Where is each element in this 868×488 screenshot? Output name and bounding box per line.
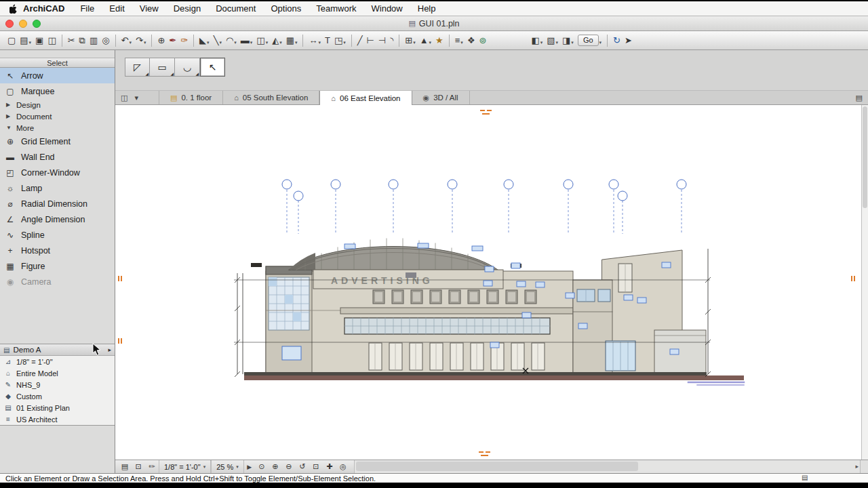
navigator-popup-icon[interactable]: ◫ bbox=[121, 94, 127, 102]
zoom-window-button[interactable] bbox=[33, 20, 41, 28]
layer-settings-icon[interactable]: ≡▾ bbox=[453, 34, 465, 47]
toolbox-item-design[interactable]: ▶Design bbox=[0, 99, 115, 110]
toolbox-item-angle-dimension[interactable]: ∠Angle Dimension bbox=[0, 211, 115, 227]
menu-item-design[interactable]: Design bbox=[166, 3, 208, 14]
toolbox-item-more[interactable]: ▼More bbox=[0, 122, 115, 134]
minimize-window-button[interactable] bbox=[19, 20, 27, 28]
split-icon[interactable]: ╱ bbox=[355, 34, 365, 47]
undo-icon[interactable]: ↶▾ bbox=[119, 34, 134, 47]
pan-icon[interactable]: ✚ bbox=[323, 462, 336, 471]
horizontal-scrollbar-thumb[interactable] bbox=[356, 462, 638, 471]
open-file-icon[interactable]: ▤▾ bbox=[18, 34, 33, 47]
bring-forward-icon[interactable]: ▲▾ bbox=[418, 34, 433, 47]
view-options-icon[interactable]: ◧▾ bbox=[529, 34, 545, 47]
tab-dropdown-icon[interactable]: ▾ bbox=[134, 94, 138, 102]
orbit-icon[interactable]: ↻ bbox=[611, 34, 623, 47]
mesh-tool-icon[interactable]: ▦▾ bbox=[284, 34, 300, 47]
tab-06-east-elevation[interactable]: ⌂06 East Elevation bbox=[319, 91, 412, 105]
marquee-area-button[interactable]: ▭◢ bbox=[150, 58, 175, 77]
arrow-select-button[interactable]: ↖ bbox=[200, 58, 225, 77]
roof-tool-icon[interactable]: ◭▾ bbox=[270, 34, 284, 47]
toolbox-item-radial-dimension[interactable]: ⌀Radial Dimension bbox=[0, 196, 115, 211]
scale-pen-icon[interactable]: ✏ bbox=[145, 462, 159, 471]
menu-item-help[interactable]: Help bbox=[410, 3, 443, 14]
magnify-zoom-icon[interactable]: ⊙ bbox=[255, 462, 269, 471]
qo-scale[interactable]: ⊿1/8" = 1'-0" bbox=[0, 356, 115, 367]
zoom-nav-icon[interactable]: ⊡ bbox=[132, 462, 145, 471]
explore-model-icon[interactable]: ➤ bbox=[623, 34, 634, 47]
find-select-icon[interactable]: ◎ bbox=[100, 34, 111, 47]
toolbox-item-arrow[interactable]: ↖Arrow bbox=[0, 68, 115, 83]
selection-arrow-icon[interactable]: ◣▾ bbox=[197, 34, 212, 47]
copy-icon[interactable]: ⧉ bbox=[77, 34, 87, 47]
qo-renovation-filter[interactable]: ▤01 Existing Plan bbox=[0, 402, 115, 413]
qo-model-filter[interactable]: ⌂Entire Model bbox=[0, 367, 115, 379]
zoom-tool-icon[interactable]: ⊕ bbox=[155, 34, 167, 47]
horizontal-scrollbar[interactable]: ▸ bbox=[354, 460, 868, 473]
scroll-right-icon[interactable]: ▸ bbox=[855, 463, 859, 470]
toolbox-item-lamp[interactable]: ☼Lamp bbox=[0, 180, 115, 196]
fillet-icon[interactable]: ◝ bbox=[388, 34, 395, 47]
window-tool-icon[interactable]: ◫▾ bbox=[254, 34, 270, 47]
vertical-scrollbar[interactable] bbox=[861, 105, 868, 460]
toolbox-item-grid-element[interactable]: ⊕Grid Element bbox=[0, 134, 115, 149]
save-icon[interactable]: ▣ bbox=[33, 34, 45, 47]
apple-logo-icon[interactable] bbox=[7, 4, 20, 14]
zoom-play-icon[interactable]: ▶ bbox=[244, 464, 255, 470]
toolbox-item-spline[interactable]: ∿Spline bbox=[0, 227, 115, 243]
qo-dimension-standard[interactable]: ≡US Architect bbox=[0, 413, 115, 425]
line-tool-icon[interactable]: ╲▾ bbox=[212, 34, 224, 47]
redo-icon[interactable]: ↷▾ bbox=[134, 34, 148, 47]
toolbox-item-camera[interactable]: ◉Camera bbox=[0, 274, 115, 289]
menu-item-file[interactable]: File bbox=[73, 3, 102, 14]
menu-item-edit[interactable]: Edit bbox=[102, 3, 132, 14]
scale-selector[interactable]: 1/8" = 1'-0" ▾ bbox=[159, 460, 211, 473]
menu-item-view[interactable]: View bbox=[132, 3, 166, 14]
zoom-level-selector[interactable]: 25 % ▾ bbox=[211, 460, 244, 473]
inject-parameters-icon[interactable]: ✑ bbox=[178, 34, 190, 47]
zoom-in-icon[interactable]: ⊕ bbox=[269, 462, 282, 471]
expand-arrow-icon[interactable]: ▸ bbox=[108, 346, 111, 353]
adjust-icon[interactable]: ⊣ bbox=[376, 34, 388, 47]
label-tool-icon[interactable]: ◳▾ bbox=[332, 34, 348, 47]
previous-zoom-icon[interactable]: ◎ bbox=[336, 462, 350, 471]
target-icon[interactable]: ⊚ bbox=[477, 34, 489, 47]
tab-3d-all[interactable]: ◉3D / All bbox=[412, 91, 470, 104]
cut-icon[interactable]: ✂ bbox=[66, 34, 77, 47]
qo-pen-set[interactable]: ✎NHS_9 bbox=[0, 379, 115, 390]
toolbox-item-corner-window[interactable]: ◰Corner-Window bbox=[0, 165, 115, 180]
toolbox-item-figure[interactable]: ▦Figure bbox=[0, 258, 115, 274]
zoom-out-icon[interactable]: ⊖ bbox=[282, 462, 296, 471]
toolbox-item-wall-end[interactable]: ▬Wall End bbox=[0, 149, 115, 165]
paste-icon[interactable]: ▥ bbox=[87, 34, 100, 47]
tab-0-1-floor[interactable]: ▤0. 1 floor bbox=[159, 91, 223, 104]
window-titlebar[interactable]: ▤ GUI 01.pln bbox=[0, 16, 868, 31]
fit-in-window-icon[interactable]: ⊡ bbox=[309, 462, 323, 471]
menu-item-teamwork[interactable]: Teamwork bbox=[309, 3, 363, 14]
text-tool-icon[interactable]: T bbox=[323, 34, 332, 47]
toolbox-item-document[interactable]: ▶Document bbox=[0, 110, 115, 122]
arc-tool-icon[interactable]: ◠▾ bbox=[224, 34, 239, 47]
vertical-scrollbar-thumb[interactable] bbox=[863, 106, 867, 208]
favorites-icon[interactable]: ★ bbox=[433, 34, 446, 47]
tab-overflow-icon[interactable]: ▤ bbox=[856, 94, 863, 102]
toolbox-item-marquee[interactable]: ▢Marquee bbox=[0, 83, 115, 99]
trim-icon[interactable]: ⊢ bbox=[365, 34, 376, 47]
wall-tool-icon[interactable]: ▬▾ bbox=[239, 34, 255, 47]
print-icon[interactable]: ◫ bbox=[45, 34, 58, 47]
organizer-icon[interactable]: ◨▾ bbox=[560, 34, 576, 47]
app-menu-archicad[interactable]: ArchiCAD bbox=[20, 3, 73, 14]
group-icon[interactable]: ⊞▾ bbox=[403, 34, 417, 47]
menu-item-options[interactable]: Options bbox=[263, 3, 309, 14]
pick-up-parameters-icon[interactable]: ✒ bbox=[167, 34, 178, 47]
report-icon[interactable]: ▤ bbox=[802, 474, 808, 481]
qo-layer-combination[interactable]: ◆Custom bbox=[0, 390, 115, 402]
toolbox-item-hotspot[interactable]: +Hotspot bbox=[0, 243, 115, 258]
close-window-button[interactable] bbox=[5, 20, 14, 28]
new-document-icon[interactable]: ▢ bbox=[5, 34, 18, 47]
dimension-tool-icon[interactable]: ↔▾ bbox=[307, 34, 323, 47]
marquee-arrow-button[interactable]: ◸◢ bbox=[125, 58, 150, 77]
marquee-lasso-button[interactable]: ◡◢ bbox=[175, 58, 200, 77]
drawing-canvas[interactable]: ADVERTISING bbox=[115, 105, 868, 460]
menu-item-window[interactable]: Window bbox=[364, 3, 410, 14]
